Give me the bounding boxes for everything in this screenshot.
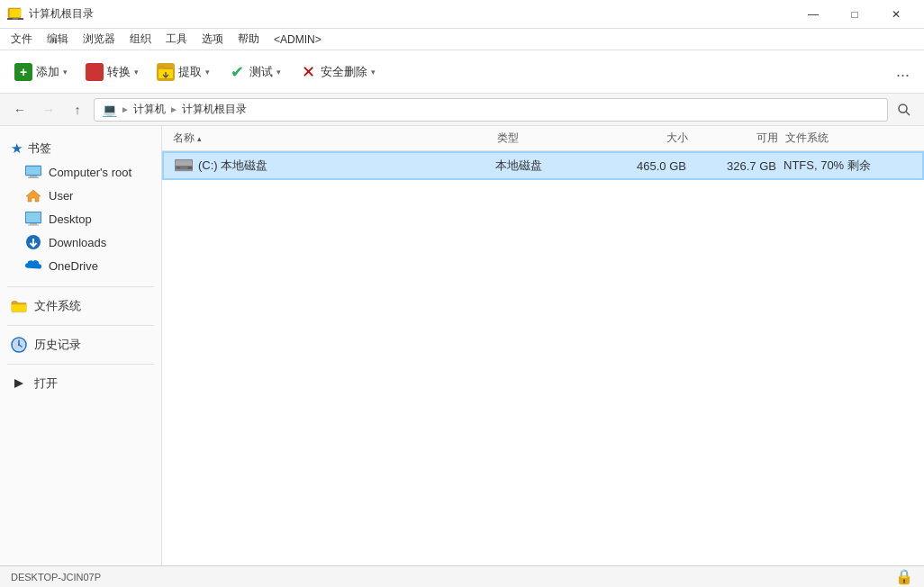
computer-icon	[25, 164, 41, 180]
col-header-available[interactable]: 可用	[692, 131, 782, 146]
up-button[interactable]: ↑	[65, 97, 90, 122]
status-bar: DESKTOP-JCIN07P 🔒	[0, 565, 924, 587]
sidebar-item-user[interactable]: User	[0, 184, 161, 207]
search-icon	[897, 103, 911, 117]
forward-button[interactable]: →	[36, 97, 61, 122]
breadcrumb-computer: 计算机	[133, 102, 166, 117]
menu-browser[interactable]: 浏览器	[76, 30, 122, 49]
open-icon	[11, 375, 27, 392]
svg-rect-9	[30, 176, 37, 177]
sidebar-history[interactable]: 历史记录	[0, 331, 161, 358]
bookmarks-header: ★ 书签	[0, 137, 161, 160]
path-separator-2: ►	[169, 104, 178, 114]
download-icon	[25, 234, 41, 250]
menu-edit[interactable]: 编辑	[40, 30, 76, 49]
address-path[interactable]: 💻 ► 计算机 ► 计算机根目录	[94, 98, 888, 122]
toolbar: + 添加 ▾ 转换 ▾ 提取 ▾ ✔	[0, 50, 924, 94]
sidebar-open-label: 打开	[34, 375, 58, 392]
sidebar-filesystem-label: 文件系统	[34, 298, 81, 314]
star-icon: ★	[11, 140, 23, 157]
close-button[interactable]: ✕	[875, 0, 917, 29]
sidebar-divider-3	[7, 364, 154, 365]
back-button[interactable]: ←	[7, 97, 32, 122]
svg-point-25	[188, 167, 191, 169]
sidebar-item-computer-root[interactable]: Computer's root	[0, 160, 161, 184]
file-available-cell: 326.7 GB	[690, 159, 780, 173]
sidebar-divider-1	[7, 286, 154, 287]
lock-icon: 🔒	[895, 568, 913, 585]
menu-file[interactable]: 文件	[4, 30, 40, 49]
home-icon	[25, 187, 41, 203]
minimize-button[interactable]: —	[793, 0, 834, 29]
sidebar-divider-2	[7, 325, 154, 326]
extract-label: 提取	[178, 64, 202, 80]
window-title: 计算机根目录	[29, 6, 793, 22]
address-bar: ← → ↑ 💻 ► 计算机 ► 计算机根目录	[0, 94, 924, 126]
more-options-button[interactable]: ...	[889, 59, 917, 85]
cloud-icon	[25, 257, 41, 274]
file-type-cell: 本地磁盘	[492, 158, 600, 174]
filesystem-icon	[11, 298, 27, 314]
convert-label: 转换	[107, 64, 131, 80]
add-button[interactable]: + 添加 ▾	[7, 59, 75, 85]
test-button[interactable]: ✔ 测试 ▾	[221, 59, 288, 85]
svg-rect-8	[26, 167, 41, 175]
col-header-name[interactable]: 名称 ▴	[169, 131, 494, 146]
menu-help[interactable]: 帮助	[231, 30, 267, 49]
convert-button[interactable]: 转换 ▾	[78, 59, 146, 85]
maximize-button[interactable]: □	[834, 0, 875, 29]
sidebar-item-onedrive[interactable]: OneDrive	[0, 254, 161, 277]
path-separator-1: ►	[121, 104, 130, 114]
menu-tools[interactable]: 工具	[159, 30, 195, 49]
sidebar-item-onedrive-label: OneDrive	[49, 259, 98, 273]
svg-point-5	[899, 104, 907, 113]
file-list: 名称 ▴ 类型 大小 可用 文件系统	[162, 126, 924, 565]
main-layout: ★ 书签 Computer's root	[0, 126, 924, 565]
menu-options[interactable]: 选项	[195, 30, 231, 49]
svg-marker-20	[14, 379, 23, 388]
col-header-size[interactable]: 大小	[602, 131, 692, 146]
menu-organize[interactable]: 组织	[122, 30, 159, 49]
svg-rect-3	[13, 18, 18, 20]
menu-bar: 文件 编辑 浏览器 组织 工具 选项 帮助 <ADMIN>	[0, 29, 924, 50]
svg-line-6	[906, 112, 910, 115]
delete-label: 安全删除	[321, 64, 367, 80]
sidebar: ★ 书签 Computer's root	[0, 126, 162, 565]
sidebar-item-desktop[interactable]: Desktop	[0, 207, 161, 230]
svg-point-26	[190, 167, 193, 169]
sidebar-item-computer-root-label: Computer's root	[49, 166, 131, 179]
drive-icon	[175, 158, 193, 173]
delete-chevron-icon: ▾	[371, 68, 376, 77]
sidebar-open[interactable]: 打开	[0, 370, 161, 397]
delete-button[interactable]: ✕ 安全删除 ▾	[292, 59, 383, 85]
table-row[interactable]: (C:) 本地磁盘 本地磁盘 465.0 GB 326.7 GB NTFS, 7…	[162, 151, 924, 180]
pc-icon: 💻	[102, 103, 117, 117]
svg-point-19	[18, 344, 20, 346]
file-filesystem-cell: NTFS, 70% 剩余	[780, 158, 915, 174]
sort-arrow-icon: ▴	[197, 134, 202, 143]
sidebar-item-user-label: User	[49, 189, 73, 203]
add-chevron-icon: ▾	[63, 68, 68, 77]
sidebar-item-downloads[interactable]: Downloads	[0, 230, 161, 254]
search-button[interactable]	[892, 97, 917, 122]
col-header-type[interactable]: 类型	[494, 131, 602, 146]
menu-admin[interactable]: <ADMIN>	[267, 32, 329, 48]
status-computer: DESKTOP-JCIN07P	[11, 572, 101, 582]
svg-rect-1	[10, 9, 21, 17]
sidebar-item-desktop-label: Desktop	[49, 212, 92, 226]
convert-icon	[86, 63, 104, 81]
file-name-cell: (C:) 本地磁盘	[171, 158, 492, 174]
col-header-filesystem[interactable]: 文件系统	[782, 131, 917, 146]
sidebar-filesystem[interactable]: 文件系统	[0, 293, 161, 320]
sidebar-item-downloads-label: Downloads	[49, 236, 106, 249]
breadcrumb-current: 计算机根目录	[182, 102, 247, 117]
file-name: (C:) 本地磁盘	[198, 158, 267, 174]
svg-rect-24	[177, 167, 180, 168]
file-list-header: 名称 ▴ 类型 大小 可用 文件系统	[162, 126, 924, 151]
extract-chevron-icon: ▾	[205, 68, 210, 77]
sidebar-history-label: 历史记录	[34, 337, 81, 353]
desktop-icon	[25, 211, 41, 227]
add-icon: +	[14, 63, 32, 81]
extract-button[interactable]: 提取 ▾	[149, 59, 217, 85]
delete-icon: ✕	[299, 63, 317, 81]
